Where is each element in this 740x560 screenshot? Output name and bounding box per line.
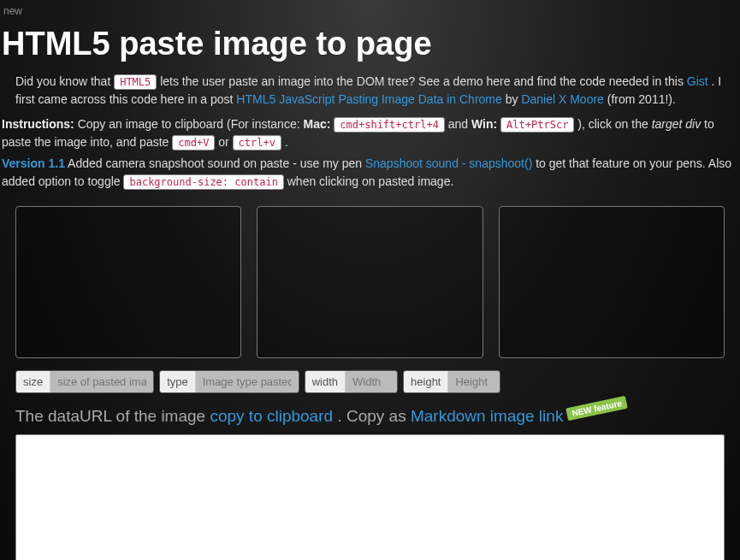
- author-link[interactable]: Daniel X Moore: [521, 92, 604, 106]
- mac-label: Mac:: [303, 117, 330, 131]
- size-input[interactable]: [50, 371, 153, 392]
- html5-code: HTML5: [114, 74, 157, 90]
- intro-paragraph: Did you know that HTML5 lets the user pa…: [0, 73, 740, 109]
- ctrlv-key: ctrl+v: [233, 135, 281, 150]
- instructions-text: and: [448, 117, 471, 131]
- type-field-group: type: [159, 370, 299, 393]
- copy-clipboard-link[interactable]: copy to clipboard: [210, 407, 333, 425]
- instructions-text: ), click on the: [577, 117, 651, 131]
- intro-text: Did you know that: [15, 74, 114, 88]
- paste-target-3[interactable]: [499, 206, 725, 358]
- post-link[interactable]: HTML5 JavaScript Pasting Image Data in C…: [236, 92, 501, 106]
- instructions-text: Copy an image to clipboard (For instance…: [78, 117, 304, 131]
- version-text: when clicking on pasted image.: [287, 174, 454, 188]
- instructions-text: or: [218, 135, 232, 149]
- intro-text: by: [506, 92, 522, 106]
- intro-text: (from 2011!).: [607, 92, 676, 106]
- intro-text: lets the user paste an image into the DO…: [160, 74, 687, 88]
- version-label: Version 1.1: [2, 156, 65, 170]
- width-field-group: width: [305, 370, 398, 393]
- dataurl-text: . Copy as: [337, 407, 411, 425]
- win-key: Alt+PtrScr: [500, 117, 574, 133]
- version-paragraph: Version 1.1 Added camera snapshoot sound…: [0, 155, 740, 191]
- mac-key: cmd+shift+ctrl+4: [334, 117, 445, 133]
- size-label: size: [16, 371, 50, 392]
- dataurl-text: The dataURL of the image: [15, 407, 210, 425]
- width-label: width: [305, 371, 346, 392]
- paste-target-1[interactable]: [15, 206, 241, 358]
- info-fields-row: size type width height: [0, 370, 740, 402]
- win-label: Win:: [471, 117, 497, 131]
- dataurl-textarea-wrap: [0, 434, 740, 560]
- new-label: new: [0, 0, 740, 22]
- target-div-text: target div: [652, 117, 702, 131]
- type-label: type: [160, 371, 196, 392]
- width-input[interactable]: [346, 371, 397, 392]
- height-label: height: [404, 371, 448, 392]
- height-input[interactable]: [448, 371, 500, 392]
- cmdv-key: cmd+V: [172, 135, 215, 150]
- bgsize-code: background-size: contain: [123, 174, 283, 190]
- dataurl-textarea[interactable]: [15, 434, 725, 560]
- gist-link[interactable]: Gist: [687, 74, 708, 88]
- paste-target-2[interactable]: [257, 206, 482, 358]
- snapshoot-link[interactable]: Snapshoot sound - snapshoot(): [365, 156, 532, 170]
- size-field-group: size: [15, 370, 154, 393]
- instructions-label: Instructions:: [2, 117, 74, 131]
- dataurl-line: The dataURL of the image copy to clipboa…: [0, 402, 740, 434]
- markdown-link[interactable]: Markdown image link: [411, 407, 563, 425]
- height-field-group: height: [403, 370, 500, 393]
- page-title: HTML5 paste image to page: [0, 26, 740, 62]
- type-input[interactable]: [196, 371, 299, 392]
- instructions-paragraph: Instructions: Copy an image to clipboard…: [0, 115, 740, 151]
- version-text: Added camera snapshoot sound on paste - …: [68, 156, 365, 170]
- paste-targets-row: [0, 194, 740, 370]
- instructions-text: .: [285, 135, 288, 149]
